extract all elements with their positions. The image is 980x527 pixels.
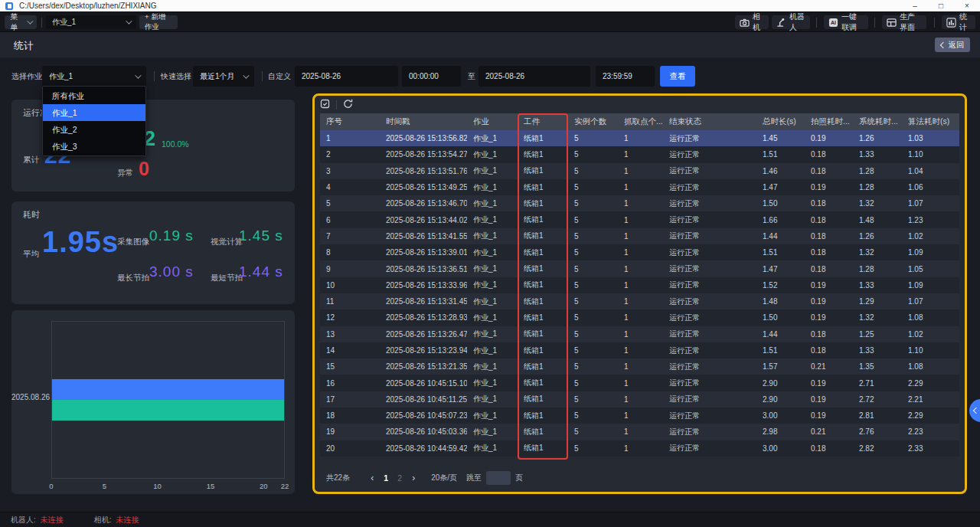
jump-page-input[interactable] (486, 471, 511, 485)
table-cell[interactable]: 0.19 (805, 179, 853, 195)
table-cell[interactable]: 1.33 (853, 277, 902, 293)
table-cell[interactable]: 1.45 (756, 130, 805, 146)
table-cell[interactable]: 2025-08-26 15:13:28.934 (380, 309, 467, 326)
table-cell[interactable]: 2025-08-26 15:13:44.027 (380, 211, 467, 227)
table-cell[interactable]: 作业_1 (467, 130, 518, 146)
table-cell[interactable]: 运行正常 (663, 424, 756, 440)
table-cell[interactable]: 5 (568, 130, 618, 146)
table-cell[interactable]: 1.28 (853, 260, 902, 277)
table-cell[interactable]: 1.44 (756, 326, 805, 342)
table-cell[interactable]: 2.90 (756, 375, 805, 391)
table-cell[interactable]: 作业_1 (467, 375, 518, 391)
table-cell[interactable]: 5 (568, 211, 618, 227)
table-cell[interactable]: 1.06 (902, 179, 959, 195)
table-cell[interactable]: 5 (568, 179, 618, 195)
table-cell[interactable]: 纸箱1 (518, 228, 568, 244)
table-cell[interactable]: 1.51 (756, 244, 805, 260)
column-header[interactable]: 结束状态 (663, 113, 756, 130)
table-cell[interactable]: 作业_1 (467, 408, 518, 424)
table-cell[interactable]: 运行正常 (663, 163, 756, 179)
table-row[interactable]: 112025-08-26 15:13:31.454作业_1纸箱151运行正常1.… (320, 293, 959, 309)
table-cell[interactable]: 0.18 (805, 146, 853, 162)
table-cell[interactable]: 作业_1 (467, 391, 518, 408)
table-cell[interactable]: 1.57 (756, 358, 805, 375)
table-cell[interactable]: 2025-08-26 15:13:41.553 (380, 228, 467, 244)
table-cell[interactable]: 2025-08-26 10:45:11.259 (380, 391, 467, 408)
table-cell[interactable]: 5 (568, 228, 618, 244)
table-cell[interactable]: 0.19 (805, 309, 853, 326)
table-row[interactable]: 172025-08-26 10:45:11.259作业_1纸箱151运行正常2.… (320, 391, 959, 408)
table-cell[interactable]: 1.02 (902, 326, 959, 342)
table-cell[interactable]: 2.90 (756, 391, 805, 408)
table-cell[interactable]: 运行正常 (663, 309, 756, 326)
table-row[interactable]: 82025-08-26 15:13:39.010作业_1纸箱151运行正常1.5… (320, 244, 959, 260)
table-cell[interactable]: 2025-08-26 15:13:31.454 (380, 293, 467, 309)
table-cell[interactable]: 1 (618, 440, 663, 457)
table-cell[interactable]: 0.18 (805, 195, 853, 211)
table-cell[interactable]: 5 (568, 195, 618, 211)
table-cell[interactable]: 1.47 (756, 179, 805, 195)
table-cell[interactable]: 运行正常 (663, 342, 756, 358)
table-cell[interactable]: 运行正常 (663, 358, 756, 375)
column-header[interactable]: 系统耗时... (853, 113, 902, 130)
table-cell[interactable]: 1.28 (853, 163, 902, 179)
table-cell[interactable]: 5 (568, 408, 618, 424)
table-cell[interactable]: 1 (618, 326, 663, 342)
table-cell[interactable]: 1.35 (853, 358, 902, 375)
table-cell[interactable]: 1 (618, 424, 663, 440)
table-cell[interactable]: 1 (618, 211, 663, 227)
table-cell[interactable]: 2025-08-26 15:13:36.512 (380, 260, 467, 277)
table-cell[interactable]: 1.66 (756, 211, 805, 227)
column-header[interactable]: 总时长(s) (756, 113, 805, 130)
table-cell[interactable]: 2025-08-26 15:13:39.010 (380, 244, 467, 260)
table-cell[interactable]: 0.19 (805, 391, 853, 408)
dropdown-item[interactable]: 作业_1 (43, 104, 145, 121)
maximize-button[interactable]: □ (928, 0, 954, 11)
table-cell[interactable]: 5 (568, 163, 618, 179)
table-cell[interactable]: 0.18 (805, 244, 853, 260)
column-header[interactable]: 拍照耗时... (805, 113, 853, 130)
table-cell[interactable]: 运行正常 (663, 244, 756, 260)
table-cell[interactable]: 0.19 (805, 408, 853, 424)
table-cell[interactable]: 1 (618, 228, 663, 244)
table-cell[interactable]: 作业_1 (467, 179, 518, 195)
column-header[interactable]: 算法耗时(s) (902, 113, 959, 130)
table-cell[interactable]: 2.23 (902, 424, 959, 440)
table-cell[interactable]: 纸箱1 (518, 408, 568, 424)
add-job-button[interactable]: + 新增作业 (139, 15, 178, 29)
table-cell[interactable]: 1 (618, 146, 663, 162)
table-cell[interactable]: 纸箱1 (518, 309, 568, 326)
column-header[interactable]: 工件 (518, 113, 568, 130)
view-button[interactable]: 查看 (660, 66, 695, 87)
table-cell[interactable]: 1.50 (756, 309, 805, 326)
table-row[interactable]: 192025-08-26 10:45:03.368作业_1纸箱151运行正常2.… (320, 424, 959, 440)
table-cell[interactable]: 2025-08-26 15:13:54.276 (380, 146, 467, 162)
table-cell[interactable]: 10 (320, 277, 380, 293)
table-cell[interactable]: 5 (568, 358, 618, 375)
table-cell[interactable]: 作业_1 (467, 244, 518, 260)
table-cell[interactable]: 作业_1 (467, 228, 518, 244)
table-cell[interactable]: 5 (568, 440, 618, 457)
page-number-1[interactable]: 1 (379, 473, 393, 483)
table-row[interactable]: 132025-08-26 15:13:26.473作业_1纸箱151运行正常1.… (320, 326, 959, 342)
minimize-button[interactable]: – (902, 0, 928, 11)
table-cell[interactable]: 运行正常 (663, 440, 756, 457)
table-row[interactable]: 42025-08-26 15:13:49.257作业_1纸箱151运行正常1.4… (320, 179, 959, 195)
table-cell[interactable]: 2.98 (756, 424, 805, 440)
table-cell[interactable]: 纸箱1 (518, 424, 568, 440)
column-header[interactable]: 序号 (320, 113, 380, 130)
table-cell[interactable]: 0.18 (805, 211, 853, 227)
table-cell[interactable]: 0.19 (805, 293, 853, 309)
table-cell[interactable]: 0.18 (805, 260, 853, 277)
stats-button[interactable]: 统计 (942, 15, 975, 29)
table-cell[interactable]: 18 (320, 408, 380, 424)
table-cell[interactable]: 运行正常 (663, 130, 756, 146)
table-cell[interactable]: 1 (618, 293, 663, 309)
camera-button[interactable]: 相机 (735, 15, 769, 29)
table-cell[interactable]: 纸箱1 (518, 179, 568, 195)
table-row[interactable]: 52025-08-26 15:13:46.706作业_1纸箱151运行正常1.5… (320, 195, 959, 211)
table-cell[interactable]: 1.51 (756, 146, 805, 162)
table-cell[interactable]: 2025-08-26 10:45:07.232 (380, 408, 467, 424)
table-cell[interactable]: 2025-08-26 15:13:21.352 (380, 358, 467, 375)
time-from-input[interactable]: 00:00:00 (402, 66, 461, 87)
